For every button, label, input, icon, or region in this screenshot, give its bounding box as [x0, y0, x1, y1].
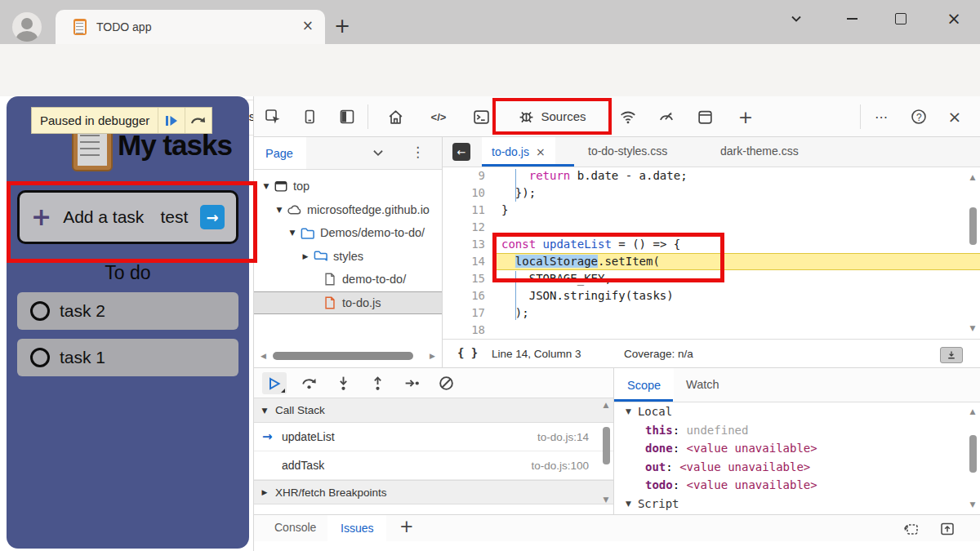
tab-actions-chevron-icon[interactable]: [786, 8, 807, 29]
devtools-more-icon[interactable]: ⋯: [871, 107, 891, 127]
caret-icon[interactable]: ▼: [261, 182, 272, 190]
tab-watch[interactable]: Watch: [686, 378, 719, 391]
navigator-horizontal-scrollbar[interactable]: ◀ ▶: [254, 348, 442, 364]
devtools-close-icon[interactable]: ×: [945, 107, 964, 127]
stack-frame[interactable]: addTask to-do.js:100: [254, 451, 613, 480]
scrollbar-thumb[interactable]: [969, 207, 977, 245]
tree-item-folder-styles[interactable]: ▶ styles: [254, 245, 442, 269]
add-task-input-value[interactable]: test: [160, 207, 188, 227]
download-icon[interactable]: [940, 347, 963, 363]
tree-item-folder-demos[interactable]: ▼ Demos/demo-to-do/: [254, 221, 442, 245]
tree-item-file-todojs-selected[interactable]: to-do.js: [254, 291, 442, 315]
network-tool-icon[interactable]: [618, 107, 638, 127]
new-tab-button[interactable]: +: [334, 15, 350, 38]
scope-var[interactable]: done: <value unavailable>: [614, 439, 980, 458]
add-task-submit-button[interactable]: →: [200, 205, 225, 229]
frame-location[interactable]: to-do.js:100: [531, 460, 589, 472]
line-number[interactable]: 10: [443, 184, 497, 202]
editor-vertical-scrollbar[interactable]: ▲ ▼: [966, 169, 979, 337]
scope-vertical-scrollbar[interactable]: ▲ ▼: [966, 407, 979, 509]
deactivate-breakpoints-button[interactable]: [434, 372, 458, 394]
line-number[interactable]: 12: [443, 219, 497, 236]
maximize-button[interactable]: [890, 8, 911, 29]
scroll-down-icon[interactable]: ▼: [604, 495, 609, 504]
call-stack-header[interactable]: ▼ Call Stack: [254, 398, 613, 423]
more-tools-plus-icon[interactable]: +: [736, 107, 755, 127]
tree-item-file-html[interactable]: demo-to-do/: [254, 268, 442, 291]
memory-tool-icon[interactable]: [695, 107, 715, 127]
elements-tool-icon[interactable]: </>: [429, 107, 448, 127]
frame-location[interactable]: to-do.js:14: [537, 431, 589, 443]
tab-scope[interactable]: Scope: [614, 368, 674, 402]
scroll-up-icon[interactable]: ▲: [604, 401, 609, 409]
profile-avatar[interactable]: [12, 12, 42, 42]
line-number[interactable]: 16: [443, 287, 497, 304]
scope-var[interactable]: out: <value unavailable>: [614, 458, 980, 477]
task-item[interactable]: task 1: [17, 339, 238, 376]
editor-tab-todojs[interactable]: to-do.js ×: [482, 137, 555, 167]
scrollbar-thumb[interactable]: [603, 427, 610, 464]
scroll-down-icon[interactable]: ▼: [970, 500, 976, 509]
scroll-right-icon[interactable]: ▶: [430, 352, 435, 360]
step-out-button[interactable]: [365, 372, 390, 394]
scope-var[interactable]: todo: <value unavailable>: [614, 476, 980, 495]
editor-tab-darktheme[interactable]: dark-theme.css: [720, 144, 799, 158]
help-icon[interactable]: ?: [909, 107, 929, 127]
step-over-banner-icon[interactable]: [185, 108, 212, 133]
line-number[interactable]: 14: [443, 253, 497, 270]
line-number[interactable]: 18: [443, 322, 497, 339]
callstack-vertical-scrollbar[interactable]: ▲ ▼: [599, 401, 612, 504]
scroll-left-icon[interactable]: ◀: [261, 352, 266, 360]
scrollbar-thumb[interactable]: [273, 352, 413, 360]
scroll-down-icon[interactable]: ▼: [970, 320, 976, 337]
navigator-menu-kebab-icon[interactable]: ⋮: [411, 144, 425, 160]
navigator-chevron-down-icon[interactable]: [371, 145, 385, 160]
scope-var[interactable]: this: undefined: [614, 421, 980, 440]
scroll-up-icon[interactable]: ▲: [970, 407, 976, 415]
dock-side-icon[interactable]: [337, 107, 357, 127]
console-tool-icon[interactable]: [471, 107, 491, 127]
line-number[interactable]: 9: [443, 167, 497, 184]
scrollbar-thumb[interactable]: [969, 435, 977, 473]
performance-tool-icon[interactable]: [657, 107, 676, 127]
step-button[interactable]: [399, 372, 424, 394]
stack-frame-current[interactable]: → updateList to-do.js:14: [254, 423, 613, 451]
home-welcome-icon[interactable]: [385, 107, 405, 127]
tab-sources[interactable]: Sources: [541, 109, 586, 123]
caret-icon[interactable]: ▶: [300, 252, 311, 260]
scroll-up-icon[interactable]: ▲: [970, 169, 976, 186]
focus-page-icon[interactable]: [902, 519, 921, 539]
scope-group-local[interactable]: ▼ Local: [614, 402, 980, 421]
minimize-button[interactable]: [841, 8, 862, 29]
pretty-print-icon[interactable]: { }: [457, 346, 478, 359]
step-over-button[interactable]: [296, 372, 321, 394]
line-number[interactable]: 11: [443, 202, 497, 219]
scope-group-script-clipped[interactable]: ▼ Script: [614, 495, 980, 513]
task-item[interactable]: task 2: [17, 292, 238, 330]
window-close-button[interactable]: ×: [943, 8, 964, 29]
line-number[interactable]: 13: [443, 236, 497, 253]
line-number[interactable]: 17: [443, 304, 497, 322]
tree-item-domain[interactable]: ▼ microsoftedge.github.io: [254, 198, 442, 222]
editor-tab-close-icon[interactable]: ×: [536, 145, 546, 158]
resume-button[interactable]: [262, 372, 287, 394]
resume-script-icon[interactable]: [158, 108, 185, 133]
device-emulation-icon[interactable]: [300, 107, 319, 127]
collapse-sidebar-icon[interactable]: ←: [452, 143, 470, 161]
caret-icon[interactable]: ▼: [287, 229, 298, 237]
add-task-form[interactable]: + Add a task test →: [17, 190, 238, 244]
tab-close-icon[interactable]: ×: [302, 17, 314, 33]
tab-console[interactable]: Console: [274, 521, 316, 534]
task-checkbox-icon[interactable]: [30, 348, 50, 367]
tab-issues[interactable]: Issues: [327, 515, 386, 541]
browser-tab[interactable]: TODO app ×: [56, 10, 325, 44]
task-checkbox-icon[interactable]: [30, 301, 50, 321]
code-area[interactable]: 9 return b.date - a.date; 10 }); 11} 12 …: [443, 167, 980, 339]
expand-panel-icon[interactable]: [938, 519, 957, 539]
line-number[interactable]: 15: [443, 270, 497, 287]
inspect-element-icon[interactable]: [263, 107, 283, 127]
editor-tab-styles[interactable]: to-do-styles.css: [588, 144, 667, 158]
drawer-add-tab-icon[interactable]: +: [399, 517, 414, 536]
xhr-breakpoints-header[interactable]: ▶ XHR/fetch Breakpoints: [254, 480, 613, 504]
caret-icon[interactable]: ▼: [274, 206, 285, 214]
